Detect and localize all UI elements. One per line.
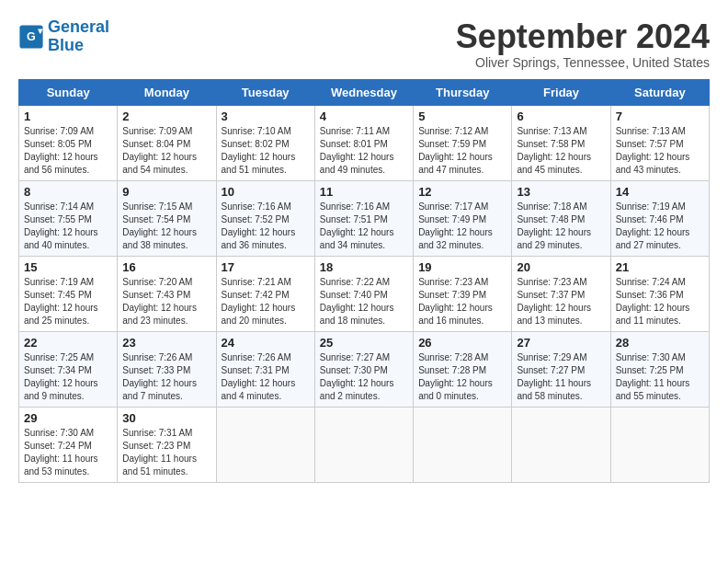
day-number: 4 — [320, 109, 408, 123]
calendar-day-cell: 25 Sunrise: 7:27 AMSunset: 7:30 PMDaylig… — [314, 331, 413, 407]
day-number: 25 — [320, 336, 408, 350]
calendar-day-cell: 27 Sunrise: 7:29 AMSunset: 7:27 PMDaylig… — [512, 331, 610, 407]
calendar-day-cell: 26 Sunrise: 7:28 AMSunset: 7:28 PMDaylig… — [414, 331, 512, 407]
page-header: G General Blue September 2024 Oliver Spr… — [18, 18, 710, 70]
day-info: Sunrise: 7:09 AMSunset: 8:04 PMDaylight:… — [122, 126, 197, 175]
day-info: Sunrise: 7:30 AMSunset: 7:25 PMDaylight:… — [616, 352, 690, 401]
logo-icon: G — [18, 24, 44, 50]
calendar-week-row: 29 Sunrise: 7:30 AMSunset: 7:24 PMDaylig… — [19, 407, 710, 482]
day-number: 30 — [122, 411, 210, 425]
day-number: 21 — [616, 260, 704, 274]
day-info: Sunrise: 7:14 AMSunset: 7:55 PMDaylight:… — [24, 201, 98, 250]
day-info: Sunrise: 7:26 AMSunset: 7:31 PMDaylight:… — [222, 352, 296, 401]
calendar-day-cell: 2 Sunrise: 7:09 AMSunset: 8:04 PMDayligh… — [118, 105, 216, 180]
day-number: 19 — [418, 260, 506, 274]
day-number: 22 — [24, 336, 112, 350]
empty-day-cell — [610, 407, 709, 482]
month-title: September 2024 — [456, 18, 710, 55]
day-number: 14 — [616, 185, 704, 199]
day-number: 6 — [517, 109, 605, 123]
calendar-day-cell: 18 Sunrise: 7:22 AMSunset: 7:40 PMDaylig… — [314, 256, 413, 331]
day-number: 11 — [320, 185, 408, 199]
day-number: 8 — [24, 185, 112, 199]
day-number: 7 — [616, 109, 704, 123]
day-info: Sunrise: 7:21 AMSunset: 7:42 PMDaylight:… — [222, 277, 296, 326]
day-info: Sunrise: 7:29 AMSunset: 7:27 PMDaylight:… — [517, 352, 591, 401]
day-info: Sunrise: 7:23 AMSunset: 7:39 PMDaylight:… — [418, 277, 493, 326]
calendar-week-row: 1 Sunrise: 7:09 AMSunset: 8:05 PMDayligh… — [19, 105, 710, 180]
day-info: Sunrise: 7:25 AMSunset: 7:34 PMDaylight:… — [24, 352, 98, 401]
day-info: Sunrise: 7:20 AMSunset: 7:43 PMDaylight:… — [122, 277, 197, 326]
day-info: Sunrise: 7:10 AMSunset: 8:02 PMDaylight:… — [222, 126, 296, 175]
calendar-day-cell: 10 Sunrise: 7:16 AMSunset: 7:52 PMDaylig… — [216, 180, 314, 256]
day-header-sunday: Sunday — [19, 79, 118, 105]
day-info: Sunrise: 7:19 AMSunset: 7:45 PMDaylight:… — [24, 277, 98, 326]
day-number: 20 — [517, 260, 605, 274]
day-number: 24 — [222, 336, 310, 350]
day-header-wednesday: Wednesday — [314, 79, 413, 105]
calendar-day-cell: 28 Sunrise: 7:30 AMSunset: 7:25 PMDaylig… — [610, 331, 709, 407]
day-info: Sunrise: 7:19 AMSunset: 7:46 PMDaylight:… — [616, 201, 690, 250]
day-number: 15 — [24, 260, 112, 274]
day-number: 18 — [320, 260, 408, 274]
calendar-day-cell: 11 Sunrise: 7:16 AMSunset: 7:51 PMDaylig… — [314, 180, 413, 256]
day-number: 1 — [24, 109, 112, 123]
day-number: 29 — [24, 411, 112, 425]
calendar-day-cell: 4 Sunrise: 7:11 AMSunset: 8:01 PMDayligh… — [314, 105, 413, 180]
day-info: Sunrise: 7:16 AMSunset: 7:52 PMDaylight:… — [222, 201, 296, 250]
day-header-thursday: Thursday — [414, 79, 512, 105]
day-number: 27 — [517, 336, 605, 350]
day-info: Sunrise: 7:31 AMSunset: 7:23 PMDaylight:… — [122, 428, 197, 477]
calendar-day-cell: 15 Sunrise: 7:19 AMSunset: 7:45 PMDaylig… — [19, 256, 118, 331]
day-info: Sunrise: 7:13 AMSunset: 7:57 PMDaylight:… — [616, 126, 690, 175]
calendar-day-cell: 7 Sunrise: 7:13 AMSunset: 7:57 PMDayligh… — [610, 105, 709, 180]
calendar-day-cell: 12 Sunrise: 7:17 AMSunset: 7:49 PMDaylig… — [414, 180, 512, 256]
day-number: 10 — [222, 185, 310, 199]
day-number: 12 — [418, 185, 506, 199]
calendar-day-cell: 6 Sunrise: 7:13 AMSunset: 7:58 PMDayligh… — [512, 105, 610, 180]
day-number: 5 — [418, 109, 506, 123]
calendar-day-cell: 29 Sunrise: 7:30 AMSunset: 7:24 PMDaylig… — [19, 407, 118, 482]
day-info: Sunrise: 7:24 AMSunset: 7:36 PMDaylight:… — [616, 277, 690, 326]
day-number: 9 — [122, 185, 210, 199]
title-block: September 2024 Oliver Springs, Tennessee… — [456, 18, 710, 70]
day-number: 3 — [222, 109, 310, 123]
calendar-day-cell: 30 Sunrise: 7:31 AMSunset: 7:23 PMDaylig… — [118, 407, 216, 482]
day-info: Sunrise: 7:27 AMSunset: 7:30 PMDaylight:… — [320, 352, 394, 401]
calendar-day-cell: 22 Sunrise: 7:25 AMSunset: 7:34 PMDaylig… — [19, 331, 118, 407]
day-info: Sunrise: 7:23 AMSunset: 7:37 PMDaylight:… — [517, 277, 591, 326]
calendar-day-cell: 1 Sunrise: 7:09 AMSunset: 8:05 PMDayligh… — [19, 105, 118, 180]
calendar-day-cell: 19 Sunrise: 7:23 AMSunset: 7:39 PMDaylig… — [414, 256, 512, 331]
logo: G General Blue — [18, 18, 109, 55]
day-info: Sunrise: 7:15 AMSunset: 7:54 PMDaylight:… — [122, 201, 197, 250]
calendar-day-cell: 8 Sunrise: 7:14 AMSunset: 7:55 PMDayligh… — [19, 180, 118, 256]
day-info: Sunrise: 7:17 AMSunset: 7:49 PMDaylight:… — [418, 201, 493, 250]
calendar-day-cell: 9 Sunrise: 7:15 AMSunset: 7:54 PMDayligh… — [118, 180, 216, 256]
day-number: 2 — [122, 109, 210, 123]
day-info: Sunrise: 7:16 AMSunset: 7:51 PMDaylight:… — [320, 201, 394, 250]
day-number: 16 — [122, 260, 210, 274]
day-info: Sunrise: 7:26 AMSunset: 7:33 PMDaylight:… — [122, 352, 197, 401]
calendar-day-cell: 20 Sunrise: 7:23 AMSunset: 7:37 PMDaylig… — [512, 256, 610, 331]
empty-day-cell — [216, 407, 314, 482]
day-header-tuesday: Tuesday — [216, 79, 314, 105]
day-number: 13 — [517, 185, 605, 199]
calendar-week-row: 8 Sunrise: 7:14 AMSunset: 7:55 PMDayligh… — [19, 180, 710, 256]
location: Oliver Springs, Tennessee, United States — [456, 55, 710, 70]
calendar-day-cell: 24 Sunrise: 7:26 AMSunset: 7:31 PMDaylig… — [216, 331, 314, 407]
day-header-friday: Friday — [512, 79, 610, 105]
calendar-day-cell: 16 Sunrise: 7:20 AMSunset: 7:43 PMDaylig… — [118, 256, 216, 331]
calendar-week-row: 22 Sunrise: 7:25 AMSunset: 7:34 PMDaylig… — [19, 331, 710, 407]
calendar-day-cell: 17 Sunrise: 7:21 AMSunset: 7:42 PMDaylig… — [216, 256, 314, 331]
day-header-monday: Monday — [118, 79, 216, 105]
day-info: Sunrise: 7:11 AMSunset: 8:01 PMDaylight:… — [320, 126, 394, 175]
calendar-table: SundayMondayTuesdayWednesdayThursdayFrid… — [18, 79, 710, 483]
calendar-day-cell: 13 Sunrise: 7:18 AMSunset: 7:48 PMDaylig… — [512, 180, 610, 256]
day-info: Sunrise: 7:22 AMSunset: 7:40 PMDaylight:… — [320, 277, 394, 326]
days-header-row: SundayMondayTuesdayWednesdayThursdayFrid… — [19, 79, 710, 105]
empty-day-cell — [314, 407, 413, 482]
empty-day-cell — [414, 407, 512, 482]
day-info: Sunrise: 7:13 AMSunset: 7:58 PMDaylight:… — [517, 126, 591, 175]
day-number: 17 — [222, 260, 310, 274]
day-info: Sunrise: 7:18 AMSunset: 7:48 PMDaylight:… — [517, 201, 591, 250]
